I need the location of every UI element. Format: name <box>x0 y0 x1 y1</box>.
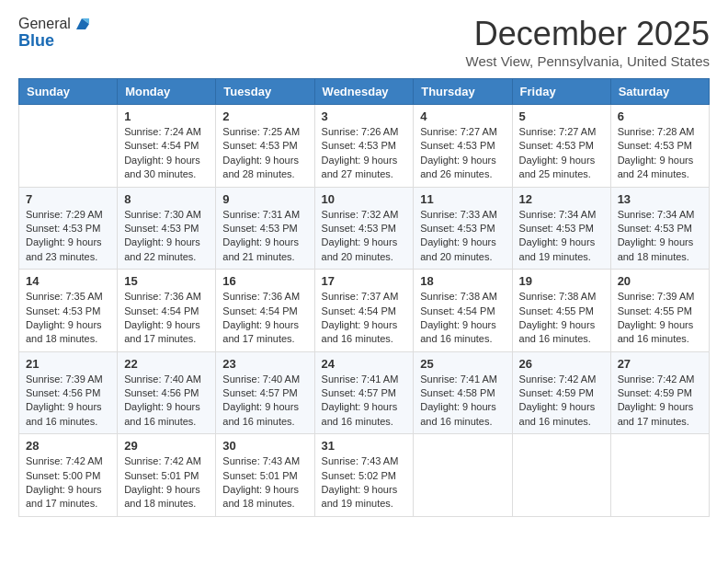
calendar-cell: 14Sunrise: 7:35 AM Sunset: 4:53 PM Dayli… <box>19 270 118 352</box>
calendar-cell: 28Sunrise: 7:42 AM Sunset: 5:00 PM Dayli… <box>19 434 118 517</box>
calendar-cell: 15Sunrise: 7:36 AM Sunset: 4:54 PM Dayli… <box>118 270 216 352</box>
calendar-cell: 26Sunrise: 7:42 AM Sunset: 4:59 PM Dayli… <box>512 351 610 434</box>
day-number: 4 <box>420 109 505 123</box>
calendar-cell: 22Sunrise: 7:40 AM Sunset: 4:56 PM Dayli… <box>118 351 216 434</box>
day-number: 22 <box>124 357 209 371</box>
logo: General Blue <box>18 15 91 51</box>
day-number: 23 <box>222 357 307 371</box>
calendar-cell: 12Sunrise: 7:34 AM Sunset: 4:53 PM Dayli… <box>512 187 610 270</box>
calendar-cell: 16Sunrise: 7:36 AM Sunset: 4:54 PM Dayli… <box>216 270 314 352</box>
day-info: Sunrise: 7:42 AM Sunset: 4:59 PM Dayligh… <box>519 373 604 430</box>
day-info: Sunrise: 7:32 AM Sunset: 4:53 PM Dayligh… <box>322 208 407 265</box>
calendar-week-row: 21Sunrise: 7:39 AM Sunset: 4:56 PM Dayli… <box>19 351 710 434</box>
day-number: 24 <box>322 357 407 371</box>
calendar-cell: 13Sunrise: 7:34 AM Sunset: 4:53 PM Dayli… <box>610 187 709 270</box>
day-number: 6 <box>618 109 702 123</box>
day-number: 15 <box>124 274 209 288</box>
calendar-cell: 7Sunrise: 7:29 AM Sunset: 4:53 PM Daylig… <box>19 187 118 270</box>
calendar-week-row: 1Sunrise: 7:24 AM Sunset: 4:54 PM Daylig… <box>19 105 710 188</box>
day-info: Sunrise: 7:42 AM Sunset: 5:01 PM Dayligh… <box>124 454 209 511</box>
day-number: 10 <box>322 192 407 206</box>
day-number: 7 <box>26 192 110 206</box>
day-number: 12 <box>519 192 604 206</box>
calendar-cell: 11Sunrise: 7:33 AM Sunset: 4:53 PM Dayli… <box>414 187 512 270</box>
calendar-cell: 3Sunrise: 7:26 AM Sunset: 4:53 PM Daylig… <box>314 105 414 188</box>
logo-blue: Blue <box>18 31 54 51</box>
day-info: Sunrise: 7:41 AM Sunset: 4:58 PM Dayligh… <box>420 373 505 430</box>
day-number: 16 <box>222 274 307 288</box>
day-number: 21 <box>26 357 110 371</box>
calendar-week-row: 14Sunrise: 7:35 AM Sunset: 4:53 PM Dayli… <box>19 270 710 352</box>
day-number: 18 <box>420 274 505 288</box>
weekday-header: Sunday <box>19 79 118 105</box>
day-info: Sunrise: 7:26 AM Sunset: 4:53 PM Dayligh… <box>322 125 407 182</box>
day-info: Sunrise: 7:27 AM Sunset: 4:53 PM Dayligh… <box>420 125 505 182</box>
day-number: 27 <box>618 357 702 371</box>
day-info: Sunrise: 7:40 AM Sunset: 4:56 PM Dayligh… <box>124 373 209 430</box>
day-number: 11 <box>420 192 505 206</box>
location: West View, Pennsylvania, United States <box>466 53 710 69</box>
logo-general: General <box>18 16 71 32</box>
day-info: Sunrise: 7:24 AM Sunset: 4:54 PM Dayligh… <box>124 125 209 182</box>
day-info: Sunrise: 7:39 AM Sunset: 4:56 PM Dayligh… <box>26 373 110 430</box>
calendar-cell: 18Sunrise: 7:38 AM Sunset: 4:54 PM Dayli… <box>414 270 512 352</box>
day-number: 3 <box>322 109 407 123</box>
title-block: December 2025 West View, Pennsylvania, U… <box>466 15 710 69</box>
weekday-header: Wednesday <box>314 79 414 105</box>
day-number: 1 <box>124 109 209 123</box>
day-number: 19 <box>519 274 604 288</box>
day-number: 5 <box>519 109 604 123</box>
calendar-cell: 4Sunrise: 7:27 AM Sunset: 4:53 PM Daylig… <box>414 105 512 188</box>
day-number: 8 <box>124 192 209 206</box>
weekday-header: Saturday <box>610 79 709 105</box>
day-info: Sunrise: 7:25 AM Sunset: 4:53 PM Dayligh… <box>222 125 307 182</box>
day-info: Sunrise: 7:35 AM Sunset: 4:53 PM Dayligh… <box>26 290 110 347</box>
calendar-week-row: 28Sunrise: 7:42 AM Sunset: 5:00 PM Dayli… <box>19 434 710 517</box>
day-info: Sunrise: 7:39 AM Sunset: 4:55 PM Dayligh… <box>618 290 702 347</box>
calendar-cell: 30Sunrise: 7:43 AM Sunset: 5:01 PM Dayli… <box>216 434 314 517</box>
day-info: Sunrise: 7:34 AM Sunset: 4:53 PM Dayligh… <box>618 208 702 265</box>
day-info: Sunrise: 7:43 AM Sunset: 5:01 PM Dayligh… <box>222 454 307 511</box>
weekday-header: Thursday <box>414 79 512 105</box>
day-info: Sunrise: 7:38 AM Sunset: 4:55 PM Dayligh… <box>519 290 604 347</box>
calendar-cell: 25Sunrise: 7:41 AM Sunset: 4:58 PM Dayli… <box>414 351 512 434</box>
calendar-cell: 2Sunrise: 7:25 AM Sunset: 4:53 PM Daylig… <box>216 105 314 188</box>
day-info: Sunrise: 7:38 AM Sunset: 4:54 PM Dayligh… <box>420 290 505 347</box>
calendar-cell <box>414 434 512 517</box>
day-info: Sunrise: 7:36 AM Sunset: 4:54 PM Dayligh… <box>222 290 307 347</box>
day-info: Sunrise: 7:40 AM Sunset: 4:57 PM Dayligh… <box>222 373 307 430</box>
weekday-header: Friday <box>512 79 610 105</box>
day-number: 14 <box>26 274 110 288</box>
calendar-cell: 19Sunrise: 7:38 AM Sunset: 4:55 PM Dayli… <box>512 270 610 352</box>
calendar-cell: 23Sunrise: 7:40 AM Sunset: 4:57 PM Dayli… <box>216 351 314 434</box>
calendar-cell: 21Sunrise: 7:39 AM Sunset: 4:56 PM Dayli… <box>19 351 118 434</box>
day-info: Sunrise: 7:42 AM Sunset: 4:59 PM Dayligh… <box>618 373 702 430</box>
day-info: Sunrise: 7:34 AM Sunset: 4:53 PM Dayligh… <box>519 208 604 265</box>
day-info: Sunrise: 7:42 AM Sunset: 5:00 PM Dayligh… <box>26 454 110 511</box>
calendar-cell: 24Sunrise: 7:41 AM Sunset: 4:57 PM Dayli… <box>314 351 414 434</box>
calendar-cell: 5Sunrise: 7:27 AM Sunset: 4:53 PM Daylig… <box>512 105 610 188</box>
calendar-table: SundayMondayTuesdayWednesdayThursdayFrid… <box>18 78 710 517</box>
calendar-cell: 10Sunrise: 7:32 AM Sunset: 4:53 PM Dayli… <box>314 187 414 270</box>
day-number: 28 <box>26 439 110 453</box>
day-info: Sunrise: 7:36 AM Sunset: 4:54 PM Dayligh… <box>124 290 209 347</box>
day-info: Sunrise: 7:30 AM Sunset: 4:53 PM Dayligh… <box>124 208 209 265</box>
day-info: Sunrise: 7:43 AM Sunset: 5:02 PM Dayligh… <box>322 454 407 511</box>
day-number: 25 <box>420 357 505 371</box>
day-info: Sunrise: 7:29 AM Sunset: 4:53 PM Dayligh… <box>26 208 110 265</box>
calendar-cell: 31Sunrise: 7:43 AM Sunset: 5:02 PM Dayli… <box>314 434 414 517</box>
calendar-cell: 17Sunrise: 7:37 AM Sunset: 4:54 PM Dayli… <box>314 270 414 352</box>
day-info: Sunrise: 7:41 AM Sunset: 4:57 PM Dayligh… <box>322 373 407 430</box>
day-number: 9 <box>222 192 307 206</box>
day-number: 29 <box>124 439 209 453</box>
day-number: 13 <box>618 192 702 206</box>
day-number: 26 <box>519 357 604 371</box>
calendar-cell: 27Sunrise: 7:42 AM Sunset: 4:59 PM Dayli… <box>610 351 709 434</box>
weekday-header: Monday <box>118 79 216 105</box>
calendar-cell: 6Sunrise: 7:28 AM Sunset: 4:53 PM Daylig… <box>610 105 709 188</box>
day-info: Sunrise: 7:27 AM Sunset: 4:53 PM Dayligh… <box>519 125 604 182</box>
day-number: 2 <box>222 109 307 123</box>
calendar-cell: 9Sunrise: 7:31 AM Sunset: 4:53 PM Daylig… <box>216 187 314 270</box>
day-info: Sunrise: 7:37 AM Sunset: 4:54 PM Dayligh… <box>322 290 407 347</box>
calendar-header-row: SundayMondayTuesdayWednesdayThursdayFrid… <box>19 79 710 105</box>
